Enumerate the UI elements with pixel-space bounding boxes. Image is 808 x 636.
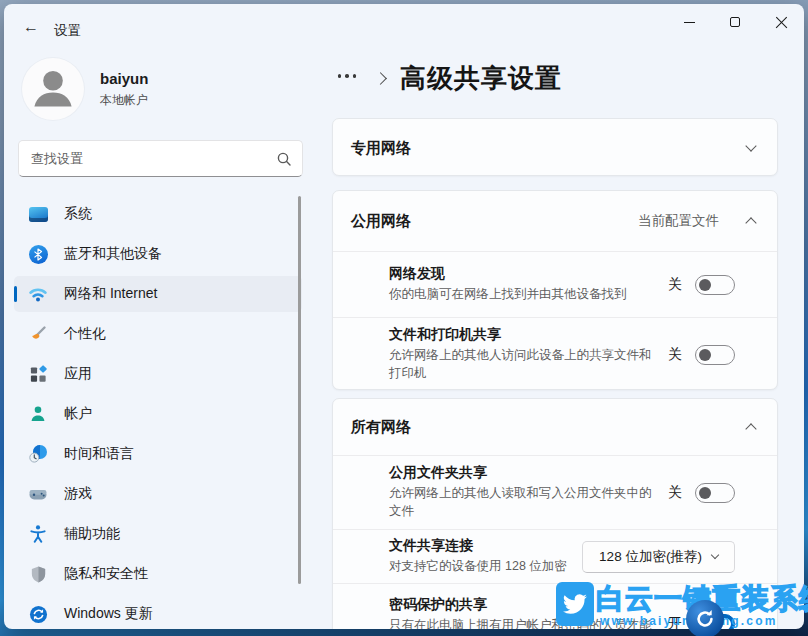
clock-globe-icon xyxy=(28,444,48,464)
file-printer-sharing-toggle[interactable] xyxy=(695,345,735,365)
apps-icon xyxy=(28,364,48,384)
profile-account-type: 本地帐户 xyxy=(100,92,148,109)
network-discovery-toggle[interactable] xyxy=(695,275,735,295)
sidebar-scrollbar[interactable] xyxy=(298,196,301,584)
gamepad-icon xyxy=(28,484,48,504)
back-arrow-icon: ← xyxy=(23,18,39,36)
row-public-folder-sharing: 公用文件夹共享 允许网络上的其他人读取和写入公用文件夹中的文件 关 xyxy=(333,455,777,529)
window-controls xyxy=(666,4,804,40)
shield-icon xyxy=(28,564,48,584)
sidebar-item-system[interactable]: 系统 xyxy=(14,196,302,232)
sidebar-item-gaming[interactable]: 游戏 xyxy=(14,476,302,512)
toggle-state-label: 关 xyxy=(668,484,682,502)
card-public-networks: 公用网络 当前配置文件 网络发现 你的电脑可在网络上找到并由其他设备找到 关 文… xyxy=(332,190,778,390)
update-icon xyxy=(28,604,48,624)
minimize-icon xyxy=(684,22,695,23)
sidebar-item-privacy[interactable]: 隐私和安全性 xyxy=(14,556,302,592)
sidebar-nav: 系统 蓝牙和其他设备 网络和 Internet 个性化 应用 帐户 时间和语言 xyxy=(14,196,302,629)
window-title: 设置 xyxy=(54,22,81,40)
row-file-printer-sharing: 文件和打印机共享 允许网络上的其他人访问此设备上的共享文件和打印机 关 xyxy=(333,317,777,390)
dropdown-value: 128 位加密(推荐) xyxy=(599,548,702,566)
sidebar-item-time-language[interactable]: 时间和语言 xyxy=(14,436,302,472)
setting-title: 文件和打印机共享 xyxy=(389,326,668,344)
expander-private-networks[interactable]: 专用网络 xyxy=(333,119,777,176)
section-title: 公用网络 xyxy=(351,212,638,231)
sidebar-item-network[interactable]: 网络和 Internet xyxy=(14,276,302,312)
sidebar-item-accounts[interactable]: 帐户 xyxy=(14,396,302,432)
maximize-button[interactable] xyxy=(712,4,758,40)
setting-description: 对支持它的设备使用 128 位加密 xyxy=(389,558,582,576)
person-icon xyxy=(22,58,84,120)
search-icon xyxy=(276,151,292,167)
setting-description: 允许网络上的其他人读取和写入公用文件夹中的文件 xyxy=(389,485,659,521)
page-title: 高级共享设置 xyxy=(400,61,562,96)
chevron-down-icon xyxy=(711,550,719,558)
search-input[interactable] xyxy=(31,151,276,166)
avatar xyxy=(22,58,84,120)
sidebar-item-windows-update[interactable]: Windows 更新 xyxy=(14,596,302,629)
section-title: 所有网络 xyxy=(351,418,747,437)
setting-title: 文件共享连接 xyxy=(389,537,582,555)
profile-name: baiyun xyxy=(100,70,148,87)
setting-description: 只有在此电脑上拥有用户帐户和密码的人员才能访问共享文件、打印机和公用文件夹 xyxy=(389,617,659,629)
setting-description: 你的电脑可在网络上找到并由其他设备找到 xyxy=(389,286,659,304)
expander-all-networks[interactable]: 所有网络 xyxy=(333,399,777,455)
chevron-down-icon xyxy=(745,140,756,151)
close-button[interactable] xyxy=(758,4,804,40)
system-icon xyxy=(28,204,48,224)
password-protected-sharing-toggle[interactable] xyxy=(695,614,735,629)
accounts-icon xyxy=(28,404,48,424)
encryption-dropdown[interactable]: 128 位加密(推荐) xyxy=(582,541,735,573)
maximize-icon xyxy=(730,17,740,27)
search-box xyxy=(18,140,303,177)
public-folder-sharing-toggle[interactable] xyxy=(695,483,735,503)
toggle-state-label: 关 xyxy=(668,276,682,294)
row-file-sharing-connections: 文件共享连接 对支持它的设备使用 128 位加密 128 位加密(推荐) xyxy=(333,529,777,583)
sidebar-item-personalization[interactable]: 个性化 xyxy=(14,316,302,352)
minimize-button[interactable] xyxy=(666,4,712,40)
setting-title: 公用文件夹共享 xyxy=(389,464,668,482)
user-profile[interactable]: baiyun 本地帐户 xyxy=(14,54,304,124)
card-private-networks: 专用网络 xyxy=(332,118,778,176)
chevron-right-icon xyxy=(374,72,387,85)
setting-description: 允许网络上的其他人访问此设备上的共享文件和打印机 xyxy=(389,347,659,383)
accessibility-icon xyxy=(28,524,48,544)
paintbrush-icon xyxy=(28,324,48,344)
toggle-state-label: 关 xyxy=(668,346,682,364)
current-profile-badge: 当前配置文件 xyxy=(638,212,719,230)
wifi-icon xyxy=(28,284,48,304)
chevron-up-icon xyxy=(745,423,756,434)
close-icon xyxy=(775,16,788,29)
row-network-discovery: 网络发现 你的电脑可在网络上找到并由其他设备找到 关 xyxy=(333,251,777,317)
chevron-up-icon xyxy=(745,217,756,228)
sidebar-item-accessibility[interactable]: 辅助功能 xyxy=(14,516,302,552)
expander-public-networks[interactable]: 公用网络 当前配置文件 xyxy=(333,191,777,251)
desktop: { "titlebar": { "title": "设置" }, "profil… xyxy=(0,0,808,636)
settings-window: ← 设置 baiyun 本地帐户 系统 蓝牙和其他设备 网络和 Inter xyxy=(4,4,804,629)
section-title: 专用网络 xyxy=(351,139,747,158)
card-all-networks: 所有网络 公用文件夹共享 允许网络上的其他人读取和写入公用文件夹中的文件 关 文… xyxy=(332,398,778,629)
back-button[interactable]: ← xyxy=(16,13,46,41)
toggle-state-label: 开 xyxy=(668,615,682,629)
breadcrumb-more-button[interactable] xyxy=(330,64,364,88)
sidebar-item-apps[interactable]: 应用 xyxy=(14,356,302,392)
sidebar-item-bluetooth[interactable]: 蓝牙和其他设备 xyxy=(14,236,302,272)
bluetooth-icon xyxy=(28,244,48,264)
setting-title: 密码保护的共享 xyxy=(389,596,668,614)
row-password-protected-sharing: 密码保护的共享 只有在此电脑上拥有用户帐户和密码的人员才能访问共享文件、打印机和… xyxy=(333,583,777,629)
setting-title: 网络发现 xyxy=(389,265,668,283)
